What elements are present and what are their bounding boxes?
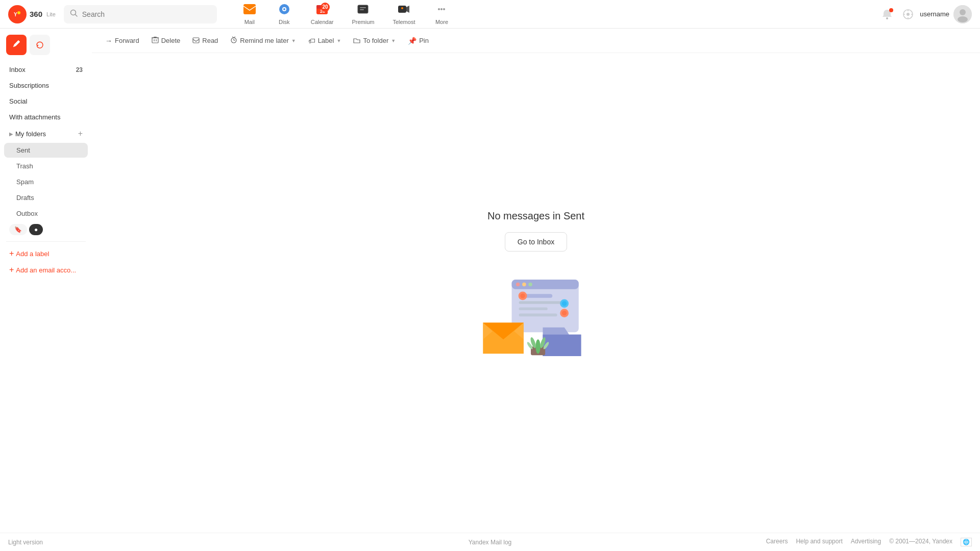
label-button[interactable]: 🏷 Label ▼ [303, 34, 347, 48]
add-folder-icon[interactable]: + [78, 129, 83, 138]
svg-point-29 [960, 9, 966, 15]
search-bar[interactable] [64, 5, 217, 23]
remind-label: Remind me later [240, 37, 288, 44]
sidebar-item-inbox[interactable]: Inbox 23 [4, 62, 88, 77]
to-folder-label: To folder [363, 37, 388, 44]
label-arrow: ▼ [336, 38, 341, 43]
careers-link[interactable]: Careers [766, 538, 788, 546]
notification-button[interactable] [878, 5, 896, 23]
sidebar-item-drafts[interactable]: Drafts [4, 190, 88, 205]
svg-rect-50 [519, 313, 557, 316]
sidebar-item-trash[interactable]: Trash [4, 159, 88, 173]
svg-rect-48 [519, 301, 562, 304]
sidebar-item-spam[interactable]: Spam [4, 174, 88, 189]
to-folder-button[interactable]: To folder ▼ [348, 34, 401, 48]
header: Y 360 Lite Mail [0, 0, 980, 29]
svg-point-30 [958, 16, 968, 22]
my-folders-chevron: ▶ [9, 131, 13, 137]
sidebar: Inbox 23 Subscriptions Social With attac… [0, 29, 92, 551]
svg-point-52 [520, 293, 525, 298]
telemost-nav-label: Telemost [393, 19, 415, 25]
sent-label: Sent [16, 146, 30, 154]
svg-point-2 [17, 11, 20, 14]
calendar-nav-icon: 20 20 [315, 4, 329, 18]
svg-rect-31 [152, 38, 158, 43]
telemost-nav-icon [397, 4, 410, 18]
inbox-count: 23 [76, 66, 83, 73]
search-icon [70, 9, 78, 19]
empty-title: No messages in Sent [487, 210, 584, 222]
help-link[interactable]: Help and support [796, 538, 842, 546]
svg-point-45 [522, 282, 526, 286]
light-version-link[interactable]: Light version [8, 539, 43, 546]
remind-icon [230, 36, 237, 45]
delete-button[interactable]: Delete [146, 33, 186, 48]
sidebar-item-outbox[interactable]: Outbox [4, 206, 88, 221]
premium-nav-label: Premium [352, 19, 374, 25]
label-filter-dot[interactable]: ● [29, 224, 43, 235]
settings-icon[interactable] [902, 9, 914, 20]
svg-rect-49 [519, 307, 548, 310]
sidebar-item-social[interactable]: Social [4, 94, 88, 109]
compose-button[interactable] [6, 35, 27, 55]
nav-item-mail[interactable]: Mail [233, 1, 266, 28]
sent-illustration [454, 262, 618, 364]
pin-icon: 📌 [408, 37, 416, 45]
label-btn-label: Label [318, 37, 334, 44]
trash-label: Trash [16, 162, 33, 170]
delete-icon [152, 36, 159, 45]
language-icon[interactable]: 🌐 [961, 538, 972, 546]
svg-rect-5 [243, 4, 256, 14]
user-menu[interactable]: username [920, 5, 972, 23]
read-button[interactable]: Read [187, 34, 223, 48]
sidebar-divider [6, 241, 86, 242]
user-name: username [920, 10, 949, 18]
sidebar-my-folders[interactable]: ▶ My folders + [4, 126, 88, 142]
svg-point-23 [906, 13, 910, 16]
svg-rect-35 [154, 37, 157, 38]
read-icon [192, 37, 200, 45]
drafts-label: Drafts [16, 194, 34, 202]
calendar-nav-label: Calendar [311, 19, 334, 25]
pin-button[interactable]: 📌 Pin [403, 34, 434, 48]
sidebar-item-subscriptions[interactable]: Subscriptions [4, 78, 88, 93]
svg-point-54 [562, 301, 567, 306]
search-input[interactable] [82, 10, 211, 18]
label-filter-bookmark[interactable]: 🔖 [9, 224, 27, 235]
sidebar-item-sent[interactable]: Sent [4, 143, 88, 158]
refresh-button[interactable] [30, 35, 50, 55]
more-nav-icon [435, 4, 448, 18]
footer-right: Careers Help and support Advertising © 2… [766, 538, 972, 546]
nav-item-telemost[interactable]: Telemost [384, 1, 423, 28]
sidebar-item-with-attachments[interactable]: With attachments [4, 110, 88, 124]
nav-item-calendar[interactable]: 20 20 Calendar [303, 1, 342, 28]
add-label-plus: + [9, 249, 14, 258]
compose-area [4, 35, 88, 55]
forward-icon: → [105, 37, 112, 45]
add-label-button[interactable]: + Add a label [4, 246, 88, 261]
svg-line-40 [232, 37, 234, 38]
logo[interactable]: Y 360 Lite [8, 5, 56, 23]
advertising-link[interactable]: Advertising [851, 538, 881, 546]
remind-button[interactable]: Remind me later ▼ [225, 33, 301, 48]
add-account-plus: + [9, 265, 14, 274]
with-attachments-label: With attachments [9, 113, 60, 121]
svg-point-44 [516, 282, 520, 286]
add-account-text: Add an email acco... [16, 266, 76, 274]
svg-point-62 [535, 339, 540, 354]
nav-item-more[interactable]: More [425, 1, 458, 28]
add-account-button[interactable]: + Add an email acco... [4, 262, 88, 278]
nav-item-premium[interactable]: Premium [344, 1, 382, 28]
spam-label: Spam [16, 178, 34, 186]
svg-marker-16 [406, 6, 409, 13]
nav-item-disk[interactable]: Disk [268, 1, 301, 28]
svg-rect-36 [193, 38, 199, 43]
forward-button[interactable]: → Forward [100, 34, 144, 48]
notification-dot [889, 8, 893, 12]
mail-log-link[interactable]: Yandex Mail log [469, 539, 512, 546]
svg-rect-13 [360, 7, 366, 8]
go-inbox-button[interactable]: Go to Inbox [505, 232, 567, 252]
add-label-text: Add a label [16, 250, 49, 258]
svg-point-19 [440, 8, 443, 10]
read-label: Read [202, 37, 218, 44]
